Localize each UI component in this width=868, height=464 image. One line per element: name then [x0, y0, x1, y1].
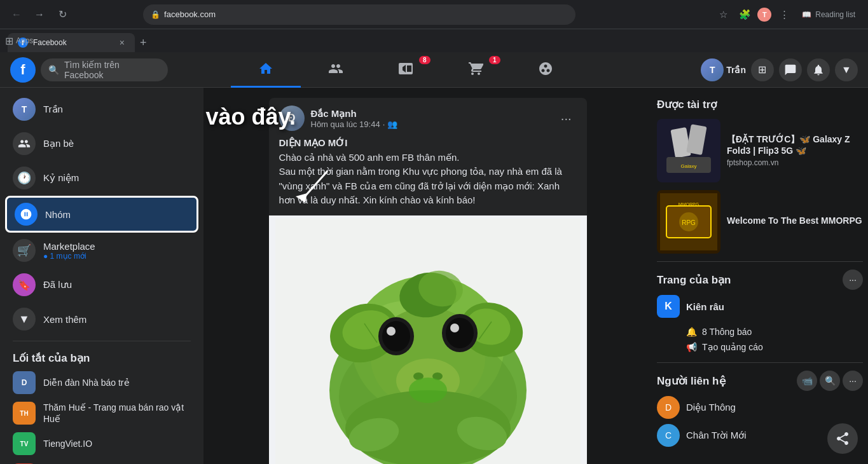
- forward-button[interactable]: →: [31, 6, 48, 24]
- page-info: Kiên râu: [686, 301, 863, 312]
- contact-name-0: Diệu Thông: [686, 402, 736, 413]
- ad-icon: 📢: [686, 342, 697, 352]
- sidebar-see-more-label: Xem thêm: [43, 314, 86, 325]
- sidebar-item-profile[interactable]: T Trần: [5, 93, 198, 126]
- nav-friends[interactable]: [301, 52, 371, 88]
- shortcut-item-3[interactable]: SV Sinh viên Báo chí - Truyền thông, Đại…: [5, 459, 198, 464]
- page-avatar: K: [657, 295, 680, 318]
- contacts-header: Người liên hệ 📹 🔍 ···: [657, 371, 863, 391]
- nav-marketplace[interactable]: 1: [441, 52, 511, 88]
- search-contacts-button[interactable]: 🔍: [820, 371, 840, 391]
- browser-chrome: ← → ↻ 🔒 facebook.com ☆ 🧩 T ⋮ 📖 Reading l…: [0, 0, 868, 29]
- marketplace-badge: 1: [489, 56, 500, 64]
- right-divider-1: [657, 261, 863, 262]
- page-notifications-row[interactable]: 🔔 8 Thông báo: [657, 324, 863, 339]
- nav-home[interactable]: [231, 52, 301, 88]
- messenger-button[interactable]: [779, 58, 802, 81]
- post-more-button[interactable]: ···: [556, 109, 577, 128]
- sidebar-divider: [13, 341, 191, 341]
- contacts-actions: 📹 🔍 ···: [797, 371, 863, 391]
- notifications-button[interactable]: [807, 58, 830, 81]
- sidebar-item-saved[interactable]: 🔖 Đã lưu: [5, 268, 198, 301]
- your-pages-header: Trang của bạn ···: [657, 270, 863, 290]
- apps-label: Apps: [16, 36, 33, 45]
- page-ad-row[interactable]: 📢 Tạo quảng cáo: [657, 339, 863, 355]
- marketplace-icon: 🛒: [13, 239, 36, 262]
- new-tab-button[interactable]: +: [135, 34, 152, 52]
- search-icon: 🔍: [48, 65, 59, 75]
- svg-point-19: [450, 324, 459, 332]
- floating-action-button[interactable]: [827, 423, 858, 454]
- shortcut-item-0[interactable]: D Diễn đàn Nhà báo trẻ: [5, 367, 198, 398]
- ad-game-image: RPG MMORPG: [660, 193, 717, 250]
- apps-bar: ⊞ Apps: [5, 29, 33, 52]
- memories-icon: 🕐: [13, 167, 36, 189]
- tab-close-button[interactable]: ×: [120, 38, 125, 48]
- post-author-name[interactable]: Đắc Mạnh: [311, 108, 549, 119]
- page-item[interactable]: K Kiên râu: [657, 295, 863, 318]
- nav-groups[interactable]: [511, 52, 581, 88]
- apps-menu-button[interactable]: ⊞: [751, 58, 774, 81]
- groups-icon: [15, 203, 38, 226]
- reload-button[interactable]: ↻: [53, 6, 71, 24]
- contact-name-1: Chân Trời Mới: [686, 430, 747, 441]
- bookmark-button[interactable]: ☆: [714, 6, 732, 24]
- shortcut-item-1[interactable]: TH Thăm Huế - Trang mua bán rao vật Huế: [5, 398, 198, 428]
- sidebar-user-name: Trần: [43, 104, 63, 115]
- post-body: Chào cả nhà và 500 anh em FB thân mến.Sa…: [279, 152, 562, 206]
- shortcut-icon-2: TV: [13, 432, 36, 455]
- lock-icon: 🔒: [151, 10, 160, 19]
- user-avatar-header[interactable]: T: [701, 58, 724, 81]
- nav-video[interactable]: 8: [371, 52, 441, 88]
- fb-logo[interactable]: f: [10, 57, 36, 83]
- sidebar-marketplace-label: Marketplace: [43, 241, 95, 252]
- video-call-button[interactable]: 📹: [797, 371, 817, 391]
- extensions-button[interactable]: 🧩: [736, 6, 754, 24]
- ad-card-2[interactable]: RPG MMORPG Welcome To The Best MMORPG: [657, 190, 863, 254]
- shortcut-label-1: Thăm Huế - Trang mua bán rao vật Huế: [43, 402, 191, 425]
- sidebar-item-groups[interactable]: Nhóm: [5, 196, 198, 233]
- ad-domain-1: fptshop.com.vn: [727, 158, 863, 167]
- address-bar[interactable]: 🔒 facebook.com: [143, 4, 575, 25]
- right-divider-2: [657, 362, 863, 363]
- reading-list-button[interactable]: 📖 Reading list: [797, 8, 860, 22]
- post-title: DIỆN MẠO MỚI: [279, 137, 348, 148]
- post-time: Hôm qua lúc 19:44 · 👥: [311, 119, 549, 129]
- fb-sidebar: T Trần Bạn bè 🕐 Kỷ niệm Nhóm 🛒 Marketpla…: [0, 88, 203, 464]
- shortcut-icon-0: D: [13, 371, 36, 394]
- fb-right-sidebar: Được tài trợ Galaxy 【ĐẶT TRƯỚC】🦋 Galaxy …: [652, 88, 868, 464]
- sidebar-item-see-more[interactable]: ▼ Xem thêm: [5, 303, 198, 336]
- more-button[interactable]: ⋮: [775, 6, 793, 24]
- user-profile-link[interactable]: T Trần: [701, 58, 746, 81]
- ad-image-1: Galaxy: [657, 119, 720, 182]
- pages-more-button[interactable]: ···: [843, 270, 863, 290]
- sidebar-item-memories[interactable]: 🕐 Kỷ niệm: [5, 161, 198, 194]
- svg-text:RPG: RPG: [682, 219, 696, 226]
- ad-card-1[interactable]: Galaxy 【ĐẶT TRƯỚC】🦋 Galaxy Z Fold3 | Fli…: [657, 119, 863, 182]
- chrome-profile-icon[interactable]: T: [757, 8, 771, 22]
- sidebar-item-marketplace[interactable]: 🛒 Marketplace ● 1 mục mới: [5, 234, 198, 267]
- contacts-title: Người liên hệ: [657, 374, 726, 388]
- page-name: Kiên râu: [686, 301, 863, 312]
- back-button[interactable]: ←: [8, 6, 25, 24]
- contact-item-0[interactable]: D Diệu Thông: [657, 396, 863, 419]
- contact-avatar-0: D: [657, 396, 680, 419]
- fb-search-bar[interactable]: 🔍 Tìm kiếm trên Facebook: [41, 58, 168, 81]
- sidebar-item-friends[interactable]: Bạn bè: [5, 127, 198, 160]
- ad-info-2: Welcome To The Best MMORPG: [727, 215, 863, 228]
- sidebar-marketplace-sub: ● 1 mục mới: [43, 252, 95, 261]
- contacts-more-button[interactable]: ···: [843, 371, 863, 391]
- fb-nav: 8 1: [231, 52, 581, 88]
- fb-header: f 🔍 Tìm kiếm trên Facebook 8 1 T Trần ⊞: [0, 52, 868, 88]
- shortcut-item-2[interactable]: TV TiengViet.IO: [5, 428, 198, 459]
- fb-feed: Click vào đây. Đ Đắc Mạnh Hôm qua lúc 19…: [203, 88, 652, 464]
- fb-main: T Trần Bạn bè 🕐 Kỷ niệm Nhóm 🛒 Marketpla…: [0, 88, 868, 464]
- account-menu-button[interactable]: ▼: [835, 58, 858, 81]
- address-text: facebook.com: [164, 10, 216, 19]
- ad-phone-image: Galaxy: [660, 122, 717, 179]
- sidebar-friends-label: Bạn bè: [43, 138, 74, 149]
- sidebar-saved-label: Đã lưu: [43, 279, 72, 290]
- svg-rect-30: [686, 124, 706, 155]
- shortcut-label-0: Diễn đàn Nhà báo trẻ: [43, 377, 130, 388]
- post-card: Đ Đắc Mạnh Hôm qua lúc 19:44 · 👥 ··· DIỆ…: [269, 98, 587, 464]
